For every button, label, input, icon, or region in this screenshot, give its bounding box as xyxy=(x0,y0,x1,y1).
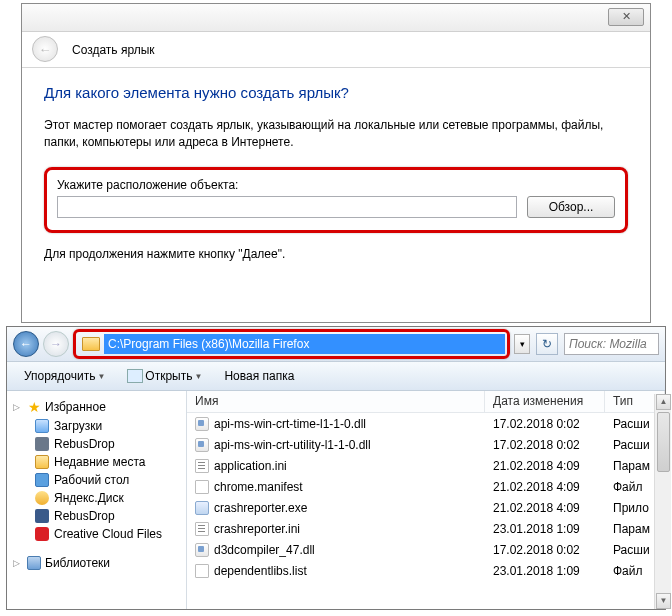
wizard-question: Для какого элемента нужно создать ярлык? xyxy=(44,84,628,101)
continue-hint: Для продолжения нажмите кнопку "Далее". xyxy=(44,247,628,261)
wizard-description: Этот мастер помогает создать ярлык, указ… xyxy=(44,117,628,151)
location-label: Укажите расположение объекта: xyxy=(57,178,615,192)
sidebar-item[interactable]: Creative Cloud Files xyxy=(11,525,182,543)
location-input[interactable] xyxy=(57,196,517,218)
wizard-header: ← Создать ярлык xyxy=(22,32,650,68)
organize-button[interactable]: Упорядочить ▼ xyxy=(15,365,114,387)
libraries-icon xyxy=(27,556,41,570)
scroll-down-button[interactable]: ▼ xyxy=(656,593,671,609)
nav-forward-button[interactable]: → xyxy=(43,331,69,357)
sidebar-item[interactable]: Недавние места xyxy=(11,453,182,471)
collapse-icon: ▷ xyxy=(13,558,23,568)
file-icon xyxy=(195,459,209,473)
column-headers: Имя Дата изменения Тип xyxy=(187,391,665,413)
sidebar-item-icon xyxy=(35,455,49,469)
file-row[interactable]: api-ms-win-crt-time-l1-1-0.dll17.02.2018… xyxy=(187,413,665,434)
browse-button[interactable]: Обзор... xyxy=(527,196,615,218)
search-input[interactable] xyxy=(564,333,659,355)
new-folder-button[interactable]: Новая папка xyxy=(215,365,303,387)
file-icon xyxy=(195,501,209,515)
file-row[interactable]: crashreporter.exe21.02.2018 4:09Прило xyxy=(187,497,665,518)
chevron-down-icon: ▼ xyxy=(194,372,202,381)
file-name: api-ms-win-crt-utility-l1-1-0.dll xyxy=(214,438,371,452)
collapse-icon: ▷ xyxy=(13,402,23,412)
file-name: crashreporter.exe xyxy=(214,501,307,515)
chevron-down-icon: ▼ xyxy=(97,372,105,381)
address-dropdown[interactable]: ▾ xyxy=(514,334,530,354)
star-icon: ★ xyxy=(27,400,41,414)
sidebar-item[interactable]: Загрузки xyxy=(11,417,182,435)
nav-back-button[interactable]: ← xyxy=(13,331,39,357)
sidebar-item[interactable]: RebusDrop xyxy=(11,435,182,453)
file-date: 17.02.2018 0:02 xyxy=(485,542,605,558)
sidebar: ▷ ★ Избранное ЗагрузкиRebusDropНедавние … xyxy=(7,391,187,609)
sidebar-item-label: RebusDrop xyxy=(54,509,115,523)
file-name: dependentlibs.list xyxy=(214,564,307,578)
file-icon xyxy=(195,522,209,536)
file-name: d3dcompiler_47.dll xyxy=(214,543,315,557)
sidebar-item[interactable]: Яндекс.Диск xyxy=(11,489,182,507)
scroll-up-button[interactable]: ▲ xyxy=(656,394,671,410)
file-date: 21.02.2018 4:09 xyxy=(485,479,605,495)
favorites-label: Избранное xyxy=(45,400,106,414)
file-name: api-ms-win-crt-time-l1-1-0.dll xyxy=(214,417,366,431)
address-highlight xyxy=(73,329,510,359)
file-row[interactable]: api-ms-win-crt-utility-l1-1-0.dll17.02.2… xyxy=(187,434,665,455)
file-icon xyxy=(195,564,209,578)
sidebar-item-label: Недавние места xyxy=(54,455,145,469)
address-input[interactable] xyxy=(104,334,505,354)
scroll-thumb[interactable] xyxy=(657,412,670,472)
sidebar-item[interactable]: RebusDrop xyxy=(11,507,182,525)
file-row[interactable]: chrome.manifest21.02.2018 4:09Файл xyxy=(187,476,665,497)
sidebar-item-label: Рабочий стол xyxy=(54,473,129,487)
refresh-button[interactable]: ↻ xyxy=(536,333,558,355)
file-name: chrome.manifest xyxy=(214,480,303,494)
file-row[interactable]: application.ini21.02.2018 4:09Парам xyxy=(187,455,665,476)
sidebar-item-label: RebusDrop xyxy=(54,437,115,451)
sidebar-item-label: Creative Cloud Files xyxy=(54,527,162,541)
file-name: crashreporter.ini xyxy=(214,522,300,536)
libraries-label: Библиотеки xyxy=(45,556,110,570)
col-date[interactable]: Дата изменения xyxy=(485,391,605,412)
col-name[interactable]: Имя xyxy=(187,391,485,412)
file-date: 23.01.2018 1:09 xyxy=(485,521,605,537)
location-highlight: Укажите расположение объекта: Обзор... xyxy=(44,167,628,233)
sidebar-item-icon xyxy=(35,509,49,523)
sidebar-item-icon xyxy=(35,437,49,451)
folder-icon xyxy=(82,337,100,351)
scrollbar-vertical[interactable]: ▲ ▼ xyxy=(654,394,671,609)
file-row[interactable]: crashreporter.ini23.01.2018 1:09Парам xyxy=(187,518,665,539)
explorer-window: ← → ▾ ↻ Упорядочить ▼ Открыть ▼ Новая па… xyxy=(6,326,666,610)
create-shortcut-wizard: ✕ ← Создать ярлык Для какого элемента ну… xyxy=(21,3,651,323)
file-icon xyxy=(195,438,209,452)
file-date: 17.02.2018 0:02 xyxy=(485,437,605,453)
file-icon xyxy=(195,480,209,494)
close-button[interactable]: ✕ xyxy=(608,8,644,26)
toolbar: Упорядочить ▼ Открыть ▼ Новая папка xyxy=(7,361,665,391)
sidebar-item-icon xyxy=(35,491,49,505)
sidebar-item-icon xyxy=(35,473,49,487)
sidebar-item-label: Загрузки xyxy=(54,419,102,433)
address-bar-area: ← → ▾ ↻ xyxy=(7,327,665,361)
open-icon xyxy=(127,369,143,383)
file-date: 17.02.2018 0:02 xyxy=(485,416,605,432)
file-date: 23.01.2018 1:09 xyxy=(485,563,605,579)
file-name: application.ini xyxy=(214,459,287,473)
file-date: 21.02.2018 4:09 xyxy=(485,500,605,516)
sidebar-item-icon xyxy=(35,419,49,433)
file-date: 21.02.2018 4:09 xyxy=(485,458,605,474)
libraries-header[interactable]: ▷ Библиотеки xyxy=(11,553,182,573)
wizard-title: Создать ярлык xyxy=(72,43,155,57)
file-icon xyxy=(195,417,209,431)
titlebar: ✕ xyxy=(22,4,650,32)
open-button[interactable]: Открыть ▼ xyxy=(118,365,211,387)
favorites-header[interactable]: ▷ ★ Избранное xyxy=(11,397,182,417)
back-button[interactable]: ← xyxy=(32,36,58,62)
file-row[interactable]: dependentlibs.list23.01.2018 1:09Файл xyxy=(187,560,665,581)
sidebar-item-icon xyxy=(35,527,49,541)
sidebar-item[interactable]: Рабочий стол xyxy=(11,471,182,489)
sidebar-item-label: Яндекс.Диск xyxy=(54,491,124,505)
file-row[interactable]: d3dcompiler_47.dll17.02.2018 0:02Расши xyxy=(187,539,665,560)
file-list: Имя Дата изменения Тип api-ms-win-crt-ti… xyxy=(187,391,665,609)
file-icon xyxy=(195,543,209,557)
